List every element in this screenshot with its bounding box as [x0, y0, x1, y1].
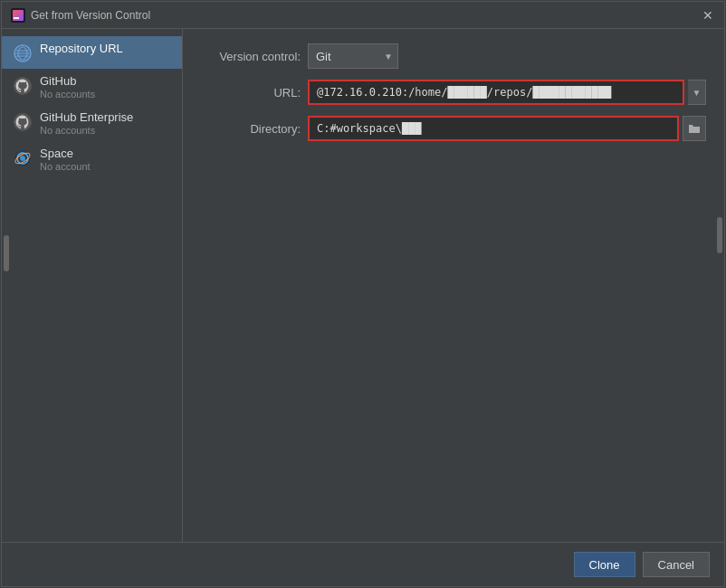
dialog-footer: Clone Cancel: [2, 542, 724, 586]
browse-button[interactable]: [683, 116, 706, 141]
version-control-select[interactable]: Git Mercurial Subversion: [308, 43, 398, 69]
space-text: Space No account: [40, 147, 91, 172]
url-input[interactable]: [308, 80, 684, 105]
title-bar-left: Get from Version Control: [11, 8, 150, 23]
link-icon: [13, 43, 33, 63]
github-text: GitHub No accounts: [40, 74, 95, 100]
github-enterprise-subtitle: No accounts: [40, 125, 133, 136]
title-bar: Get from Version Control ✕: [2, 2, 724, 29]
version-control-select-wrapper: Git Mercurial Subversion ▼: [308, 43, 398, 69]
directory-input[interactable]: [308, 116, 679, 141]
sidebar-item-github[interactable]: GitHub No accounts: [2, 69, 182, 105]
get-from-vcs-dialog: Get from Version Control ✕ Repository UR…: [1, 1, 725, 587]
dialog-title: Get from Version Control: [31, 9, 150, 22]
svg-point-11: [20, 156, 25, 161]
url-wrapper: ▼: [308, 80, 706, 105]
cancel-button[interactable]: Cancel: [643, 552, 710, 577]
github-icon: [13, 76, 33, 96]
github-enterprise-icon: [13, 112, 33, 132]
svg-rect-1: [13, 10, 24, 21]
url-dropdown-button[interactable]: ▼: [688, 80, 706, 105]
sidebar: Repository URL GitHub No accounts: [2, 29, 183, 542]
space-title: Space: [40, 147, 91, 160]
url-row: URL: ▼: [201, 80, 706, 105]
url-label: URL:: [201, 86, 301, 100]
github-title: GitHub: [40, 74, 95, 88]
github-enterprise-text: GitHub Enterprise No accounts: [40, 110, 133, 136]
scrollbar-indicator[interactable]: [717, 217, 722, 253]
directory-label: Directory:: [201, 122, 301, 136]
repository-url-text: Repository URL: [40, 42, 123, 55]
space-icon: [13, 148, 33, 168]
left-scrollbar-indicator[interactable]: [4, 235, 9, 271]
sidebar-item-github-enterprise[interactable]: GitHub Enterprise No accounts: [2, 105, 182, 141]
directory-row: Directory:: [201, 116, 706, 141]
github-enterprise-title: GitHub Enterprise: [40, 110, 133, 124]
main-content: Version control: Git Mercurial Subversio…: [183, 29, 724, 542]
sidebar-item-repository-url[interactable]: Repository URL: [2, 36, 182, 69]
github-subtitle: No accounts: [40, 89, 95, 100]
space-subtitle: No account: [40, 161, 91, 172]
folder-icon: [688, 122, 701, 135]
intellij-logo-icon: [11, 8, 25, 23]
clone-button[interactable]: Clone: [574, 552, 635, 577]
repository-url-title: Repository URL: [40, 42, 123, 55]
dialog-content: Repository URL GitHub No accounts: [2, 29, 724, 542]
close-button[interactable]: ✕: [701, 8, 715, 23]
sidebar-item-space[interactable]: Space No account: [2, 141, 182, 177]
version-control-label: Version control:: [201, 50, 301, 63]
version-control-row: Version control: Git Mercurial Subversio…: [201, 43, 706, 69]
svg-rect-2: [14, 17, 19, 19]
directory-wrapper: [308, 116, 706, 141]
version-control-wrapper: Git Mercurial Subversion ▼: [308, 43, 706, 69]
